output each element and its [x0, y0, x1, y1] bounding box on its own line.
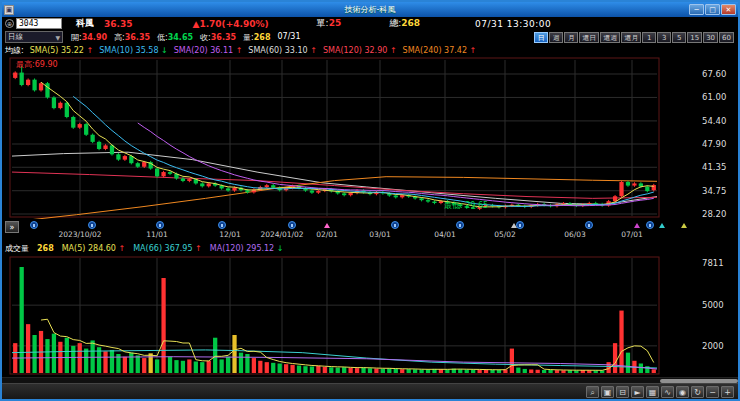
ohlc-info: 開:34.90 高:36.35 低:34.65 收:36.35 量:268 07… [71, 32, 301, 43]
maximize-button[interactable]: □ [705, 4, 720, 15]
open-value: 34.90 [82, 33, 107, 42]
app-window: ▣ 技術分析-科風 ─ □ ✕ ⊕ 科風 36.35 ▲1.70(+4.90%)… [0, 0, 740, 401]
volume-chart: 781150002000 [2, 256, 738, 377]
bottom-toolbar: ⌕▣⊟►▦∿◉↻−+ [2, 383, 738, 399]
signal-triangle-icon [324, 223, 330, 228]
scrollbar-thumb[interactable] [660, 379, 738, 383]
legend-item: MA(66) 367.95 ↑ [133, 244, 202, 253]
last-price: 36.35 [104, 19, 132, 29]
period-button-日[interactable]: 日 [534, 32, 548, 43]
down-arrow-icon: ↓ [161, 46, 168, 55]
period-buttons: 日週月還日還週還月135153060 [534, 32, 734, 43]
up-arrow-icon: ↑ [86, 46, 93, 55]
x-axis-date-label: 12/01 [219, 230, 241, 239]
down-arrow-icon: ↓ [277, 244, 284, 253]
price-axis-label: 34.75 [702, 186, 726, 196]
zoom-in-icon[interactable]: + [721, 386, 734, 398]
period-button-15[interactable]: 15 [687, 32, 702, 43]
signal-triangle-icon [634, 223, 640, 228]
period-button-3[interactable]: 3 [657, 32, 671, 43]
x-axis-date-label: 2024/01/02 [260, 230, 303, 239]
price-axis-label: 28.20 [702, 209, 726, 219]
close-button[interactable]: ✕ [721, 4, 736, 15]
total-volume: 總:268 [389, 17, 420, 30]
stock-lookup-icon[interactable]: ⊕ [5, 19, 14, 28]
news-event-icon[interactable] [516, 221, 524, 229]
title-bar: ▣ 技術分析-科風 ─ □ ✕ [2, 2, 738, 17]
period-button-30[interactable]: 30 [703, 32, 718, 43]
zoom-out-icon[interactable]: − [706, 386, 719, 398]
indicator-icon[interactable]: ∿ [661, 386, 674, 398]
news-event-icon[interactable] [646, 221, 654, 229]
volume-value: 268 [254, 33, 271, 42]
legend-item: SMA(240) 37.42 ↑ [403, 46, 477, 55]
volume-legend: 成交量 268 MA(5) 284.60 ↑MA(66) 367.95 ↑MA(… [2, 241, 738, 256]
price-axis-label: 47.90 [702, 139, 726, 149]
volume-axis-label: 7811 [702, 258, 724, 268]
expand-panel-button[interactable]: » [5, 221, 19, 233]
period-button-月[interactable]: 月 [564, 32, 578, 43]
minimize-button[interactable]: ─ [689, 4, 704, 15]
snapshot-icon[interactable]: ▣ [601, 386, 614, 398]
legend-item: SMA(60) 33.10 ↑ [248, 46, 317, 55]
x-axis-date-label: 02/01 [316, 230, 338, 239]
x-axis: » 2023/10/0211/0112/012024/01/0202/0103/… [2, 219, 738, 241]
price-axis-label: 61.00 [702, 92, 726, 102]
period-button-還日[interactable]: 還日 [579, 32, 599, 43]
signal-triangle-icon [681, 223, 687, 228]
price-axis-label: 67.60 [702, 69, 726, 79]
stock-name: 科風 [76, 17, 94, 30]
print-icon[interactable]: ⊟ [616, 386, 629, 398]
legend-item: SMA(10) 35.58 ↓ [99, 46, 168, 55]
news-event-icon[interactable] [391, 221, 399, 229]
stock-code-input[interactable] [16, 18, 62, 29]
x-axis-date-label: 07/01 [621, 230, 643, 239]
price-chart: 67.6061.0054.4047.9041.3534.7528.20最高:69… [2, 56, 738, 219]
period-select[interactable]: 日線▼ [5, 31, 63, 43]
window-title: 技術分析-科風 [2, 2, 738, 17]
chevron-down-icon: ▼ [55, 34, 60, 41]
pointer-icon[interactable]: ► [631, 386, 644, 398]
x-axis-date-label: 03/01 [369, 230, 391, 239]
x-axis-date-label: 05/02 [494, 230, 516, 239]
news-event-icon[interactable] [30, 221, 38, 229]
volume-axis-label: 5000 [702, 300, 724, 310]
period-button-還月[interactable]: 還月 [621, 32, 641, 43]
refresh-icon[interactable]: ↻ [691, 386, 704, 398]
news-event-icon[interactable] [456, 221, 464, 229]
horizontal-scrollbar[interactable] [2, 377, 738, 383]
news-event-icon[interactable] [88, 221, 96, 229]
period-button-1[interactable]: 1 [642, 32, 656, 43]
price-chart-canvas[interactable]: 67.6061.0054.4047.9041.3534.7528.20最高:69… [2, 56, 740, 219]
x-axis-date-label: 11/01 [146, 230, 168, 239]
period-button-60[interactable]: 60 [719, 32, 734, 43]
price-axis-label: 54.40 [702, 116, 726, 126]
period-button-5[interactable]: 5 [672, 32, 686, 43]
volume-axis-label: 2000 [702, 341, 724, 351]
area-zoom-icon[interactable]: ⌕ [586, 386, 599, 398]
close-value: 36.35 [211, 33, 236, 42]
legend-item: SMA(120) 32.90 ↑ [323, 46, 397, 55]
news-event-icon[interactable] [156, 221, 164, 229]
lowest-price-label: 最低: 29.65 [444, 201, 488, 210]
news-event-icon[interactable] [218, 221, 226, 229]
news-event-icon[interactable] [585, 221, 593, 229]
up-arrow-icon: ↑ [119, 244, 126, 253]
quote-datetime: 07/31 13:30:00 [475, 19, 551, 29]
bar-date: 07/31 [277, 32, 300, 43]
news-event-icon[interactable] [288, 221, 296, 229]
high-value: 36.35 [125, 33, 150, 42]
up-arrow-icon: ↑ [470, 46, 477, 55]
up-arrow-icon: ↑ [236, 46, 243, 55]
eye-icon[interactable]: ◉ [676, 386, 689, 398]
volume-chart-canvas[interactable]: 781150002000 [2, 256, 740, 377]
legend-item: SMA(5) 35.22 ↑ [30, 46, 93, 55]
legend-item: MA(120) 295.12 ↓ [210, 244, 284, 253]
period-button-週[interactable]: 週 [549, 32, 563, 43]
period-button-還週[interactable]: 還週 [600, 32, 620, 43]
low-value: 34.65 [168, 33, 193, 42]
up-arrow-icon: ↑ [390, 46, 397, 55]
grid-icon[interactable]: ▦ [646, 386, 659, 398]
sma-legend: 均線: SMA(5) 35.22 ↑SMA(10) 35.58 ↓SMA(20)… [2, 44, 738, 56]
chart-toolbar: 日線▼ 開:34.90 高:36.35 低:34.65 收:36.35 量:26… [2, 30, 738, 44]
